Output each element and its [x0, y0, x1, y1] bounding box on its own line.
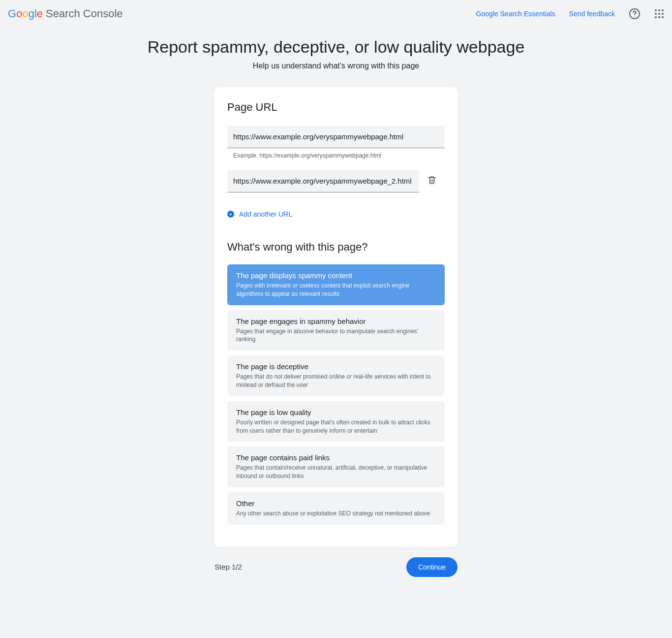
svg-point-9	[658, 16, 660, 18]
option-title: The page is low quality	[236, 408, 436, 416]
option-title: The page displays spammy content	[236, 271, 436, 280]
option-title: The page contains paid links	[236, 453, 436, 462]
option-desc: Poorly written or designed page that's o…	[236, 418, 436, 435]
svg-point-8	[655, 16, 657, 18]
svg-point-1	[634, 16, 635, 17]
url-helper-text: Example: https://example.org/veryspammyw…	[233, 152, 445, 159]
continue-button[interactable]: Continue	[406, 557, 458, 577]
plus-circle-icon: +	[227, 211, 234, 218]
essentials-link[interactable]: Google Search Essentials	[476, 10, 555, 18]
svg-point-3	[658, 9, 660, 11]
footer-row: Step 1/2 Continue	[214, 557, 458, 577]
option-other[interactable]: Other Any other search abuse or exploita…	[227, 492, 445, 525]
option-desc: Pages with irrelevant or useless content…	[236, 282, 436, 298]
option-title: The page engages in spammy behavior	[236, 317, 436, 325]
option-desc: Pages that contain/receive unnatural, ar…	[236, 464, 436, 480]
url-input-1[interactable]	[227, 126, 445, 148]
apps-grid-icon[interactable]	[654, 9, 664, 19]
option-deceptive[interactable]: The page is deceptive Pages that do not …	[227, 355, 445, 396]
step-indicator: Step 1/2	[214, 563, 242, 571]
product-name: Search Console	[46, 7, 123, 20]
url-input-2[interactable]	[227, 170, 419, 192]
svg-point-5	[655, 13, 657, 15]
svg-point-10	[662, 16, 664, 18]
header-right: Google Search Essentials Send feedback	[476, 8, 665, 20]
svg-point-2	[655, 9, 657, 11]
svg-point-6	[658, 13, 660, 15]
help-icon[interactable]	[629, 8, 641, 20]
url-row-1	[227, 126, 445, 148]
page-title: Report spammy, deceptive, or low quality…	[0, 37, 672, 57]
trash-icon[interactable]	[427, 175, 437, 187]
svg-point-7	[662, 13, 664, 15]
logo-block[interactable]: Google Search Console	[8, 7, 123, 20]
url-row-2	[227, 170, 445, 192]
option-desc: Pages that engage in abusive behavior to…	[236, 327, 436, 344]
add-another-url-label: Add another URL	[239, 210, 292, 218]
option-low-quality[interactable]: The page is low quality Poorly written o…	[227, 401, 445, 442]
option-spammy-content[interactable]: The page displays spammy content Pages w…	[227, 264, 445, 305]
google-logo: Google	[8, 7, 43, 20]
option-desc: Pages that do not deliver promised onlin…	[236, 373, 436, 389]
feedback-link[interactable]: Send feedback	[569, 10, 615, 18]
option-desc: Any other search abuse or exploitative S…	[236, 510, 436, 518]
page-subtitle: Help us understand what's wrong with thi…	[0, 62, 672, 70]
whats-wrong-title: What's wrong with this page?	[227, 241, 445, 254]
option-title: The page is deceptive	[236, 362, 436, 371]
add-another-url-link[interactable]: + Add another URL	[227, 210, 445, 218]
option-paid-links[interactable]: The page contains paid links Pages that …	[227, 447, 445, 487]
page-heading: Report spammy, deceptive, or low quality…	[0, 37, 672, 70]
url-section-title: Page URL	[227, 101, 445, 114]
option-spammy-behavior[interactable]: The page engages in spammy behavior Page…	[227, 310, 445, 351]
svg-point-4	[662, 9, 664, 11]
form-card: Page URL Example: https://example.org/ve…	[214, 87, 458, 546]
app-header: Google Search Console Google Search Esse…	[0, 0, 672, 28]
option-title: Other	[236, 499, 436, 508]
